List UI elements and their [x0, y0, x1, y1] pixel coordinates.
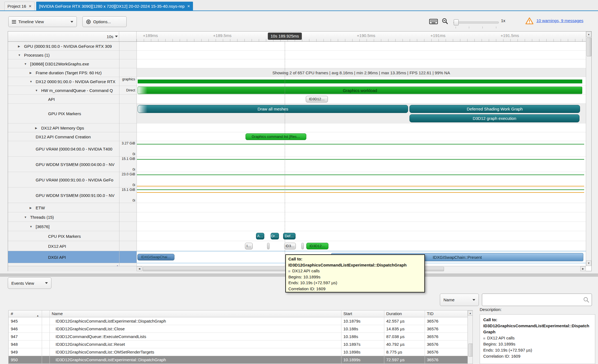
- collapse-arrow-icon[interactable]: ▼: [30, 80, 32, 83]
- timeline-event-d3d12-graph-execution[interactable]: D3D12 graph execution: [409, 114, 579, 122]
- timeline-row-label-hw-command-queue[interactable]: ▼HW m_commandQueue - Command Q: [8, 86, 119, 95]
- content-row-process-30868[interactable]: [137, 59, 586, 68]
- zoom-slider-track[interactable]: [453, 22, 499, 23]
- column-divider[interactable]: [384, 310, 384, 364]
- timeline-event-deferred-shading-work-graph[interactable]: Deferred Shading Work Graph: [409, 105, 580, 113]
- column-header-name[interactable]: Name: [49, 310, 341, 317]
- timeline-row-label-process-30868[interactable]: ▼[30868] D3D12WorkGraphs.exe: [8, 59, 119, 68]
- expand-arrow-icon[interactable]: ▶: [18, 44, 20, 48]
- collapse-arrow-icon[interactable]: ▼: [24, 62, 27, 65]
- tab-project[interactable]: Project 16 ✕: [4, 2, 35, 10]
- timeline-row-label-gpu-vram-t400[interactable]: GPU VRAM (0000:04:00.0 - NVIDIA T400: [8, 141, 119, 157]
- timeline-event-id3[interactable]: ID3…: [284, 243, 296, 249]
- events-table-scrollbar[interactable]: ▲: [468, 310, 473, 364]
- column-divider[interactable]: [42, 310, 42, 364]
- scroll-down-button[interactable]: ▼: [586, 260, 591, 266]
- content-row-api[interactable]: ID3D12…: [137, 95, 586, 104]
- timeline-event-i[interactable]: I…: [245, 243, 253, 249]
- timeline-event-def[interactable]: Def…: [283, 233, 296, 239]
- timeline-event-draw-all-meshes[interactable]: Draw all meshes: [138, 105, 408, 113]
- expand-arrow-icon[interactable]: ▶: [30, 71, 32, 74]
- column-divider[interactable]: [49, 310, 50, 364]
- timeline-event-id3d12[interactable]: ID3D12…: [306, 96, 328, 102]
- timeline-event-a[interactable]: A…: [256, 233, 264, 239]
- view-selector-dropdown[interactable]: Timeline View: [8, 16, 77, 27]
- timeline-row-label-frame-duration[interactable]: ▶Frame duration (Target FPS: 60 Hz): [8, 68, 119, 77]
- table-row-945[interactable]: 945ID3D12GraphicsCommandListExperimental…: [9, 317, 468, 325]
- timeline-event-graphics-command-list-res[interactable]: Graphics command list [Res…: [246, 133, 306, 140]
- options-button[interactable]: Options...: [82, 16, 127, 27]
- content-row-gpu-wddm-sysmem-t400[interactable]: [137, 157, 586, 172]
- timeline-row-label-dx12-api-memory-ops[interactable]: ▶DX12 API Memory Ops: [8, 123, 119, 132]
- table-row-950[interactable]: 950ID3D12GraphicsCommandListExperimental…: [9, 356, 468, 364]
- timeline-event-graphics-workload[interactable]: Graphics workload: [138, 86, 582, 94]
- pane-divider[interactable]: [119, 42, 119, 266]
- timeline-row-label-dx12-device[interactable]: ▼DX12 0000:91:00.0 - NVIDIA GeForce RTX: [8, 77, 119, 86]
- column-header-start[interactable]: Start: [341, 310, 384, 317]
- timeline-event-idxgiswapchai[interactable]: IDXGISwapChai…: [137, 254, 174, 260]
- scroll-up-button[interactable]: ▲: [586, 31, 591, 37]
- warnings-messages-link[interactable]: 10 warnings, 9 messages: [536, 18, 583, 23]
- content-row-dx12-api-memory-ops[interactable]: [137, 123, 586, 132]
- column-header-tid[interactable]: TID: [425, 310, 468, 317]
- content-row-cpu-pix-markers[interactable]: A…Dr…Def…: [137, 231, 586, 241]
- content-row-gpu-vram-3090[interactable]: [137, 172, 586, 188]
- timeline-row-label-api[interactable]: API: [8, 95, 119, 104]
- content-row-thread-36576[interactable]: [137, 222, 586, 231]
- table-row-947[interactable]: 947ID3D12CommandQueue::ExecuteCommandLis…: [9, 333, 468, 341]
- column-divider[interactable]: [425, 310, 425, 364]
- timeline-row-label-profiler-overhead[interactable]: Profiler overhead: [8, 263, 119, 266]
- timeline-event-dr[interactable]: Dr…: [271, 233, 279, 239]
- timeline-event-thin[interactable]: [138, 80, 582, 83]
- timeline-row-label-gpu-pix-markers[interactable]: GPU PIX Markers: [8, 104, 119, 123]
- content-row-dx12-api-command-creation[interactable]: Graphics command list [Res…: [137, 132, 586, 141]
- timeline-row-label-threads[interactable]: ▼Threads (15): [8, 212, 119, 222]
- timeline-row-label-etw[interactable]: ▶ETW: [8, 203, 119, 212]
- timeline-ruler[interactable]: 10s +189ms+189.5ms+190.5ms+191ms+191.5ms…: [8, 31, 591, 42]
- scroll-up-button[interactable]: ▲: [468, 310, 473, 316]
- content-row-frame-duration[interactable]: Showing 2 of 657 CPU frames | avg 8.16ms…: [137, 68, 586, 77]
- vertical-scrollbar-thumb[interactable]: [587, 38, 591, 56]
- column-header-duration[interactable]: Duration: [384, 310, 425, 317]
- zoom-slider-handle[interactable]: [454, 19, 459, 25]
- timeline-row-label-cpu-pix-markers[interactable]: CPU PIX Markers: [8, 231, 119, 241]
- ruler-scale-selector[interactable]: 10s: [8, 31, 119, 41]
- timeline-row-label-processes[interactable]: ▼Processes (1): [8, 51, 119, 59]
- content-row-gpu-pix-markers[interactable]: Draw all meshesDeferred Shading Work Gra…: [137, 104, 586, 123]
- collapse-arrow-icon[interactable]: ▼: [30, 225, 32, 228]
- timeline-row-label-gpu-vram-3090[interactable]: GPU VRAM (0000:91:00.0 - NVIDIA GeFo: [8, 172, 119, 188]
- timeline-event-sliver[interactable]: [301, 243, 304, 249]
- expand-arrow-icon[interactable]: ▶: [30, 206, 32, 209]
- pane-divider[interactable]: [137, 42, 137, 266]
- content-row-gpu-91[interactable]: [137, 42, 586, 51]
- timeline-row-label-gpu-91[interactable]: ▶GPU (0000:91:00.0 - NVIDIA GeForce RTX …: [8, 42, 119, 51]
- events-view-dropdown[interactable]: Events View: [8, 277, 51, 289]
- content-row-processes[interactable]: [137, 51, 586, 59]
- collapse-arrow-icon[interactable]: ▼: [35, 89, 38, 92]
- table-row-946[interactable]: 946ID3D12GraphicsCommandList::Close10.18…: [9, 325, 468, 333]
- table-row-948[interactable]: 948ID3D12GraphicsCommandList::Reset10.18…: [9, 341, 468, 348]
- collapse-arrow-icon[interactable]: ▼: [18, 53, 21, 56]
- content-row-gpu-wddm-sysmem-3090[interactable]: [137, 188, 586, 203]
- search-input[interactable]: [484, 295, 582, 305]
- timeline-row-label-thread-36576[interactable]: ▼[36576]: [8, 222, 119, 231]
- tab-report[interactable]: [NVIDIA GeForce RTX 3090][1280 x 720][DX…: [36, 2, 193, 10]
- scroll-left-button[interactable]: ◀: [137, 266, 142, 271]
- zoom-out-icon[interactable]: [442, 18, 449, 25]
- timeline-row-label-dxgi-api[interactable]: DXGI API: [8, 251, 119, 263]
- content-row-gpu-vram-t400[interactable]: [137, 141, 586, 157]
- content-row-dx12-device[interactable]: [137, 77, 586, 86]
- content-row-etw[interactable]: [137, 203, 586, 212]
- timeline-row-label-dx12-api-thread[interactable]: DX12 API: [8, 241, 119, 251]
- content-row-hw-command-queue[interactable]: Graphics workload: [137, 86, 586, 95]
- expand-arrow-icon[interactable]: ▶: [35, 126, 37, 129]
- sort-asc-icon[interactable]: ▲: [36, 312, 39, 317]
- timeline-row-label-dx12-api-command-creation[interactable]: DX12 API Command Creation: [8, 132, 119, 141]
- close-icon[interactable]: ✕: [29, 4, 32, 8]
- column-header-event[interactable]: #▲: [9, 310, 42, 317]
- filter-field-dropdown[interactable]: Name: [440, 294, 479, 306]
- timeline-row-label-gpu-wddm-sysmem-3090[interactable]: GPU WDDM SYSMEM (0000:91:00.0 - NV: [8, 188, 119, 203]
- content-row-threads[interactable]: [137, 212, 586, 222]
- keyboard-icon[interactable]: [429, 18, 438, 25]
- scroll-right-button[interactable]: ▶: [580, 266, 586, 271]
